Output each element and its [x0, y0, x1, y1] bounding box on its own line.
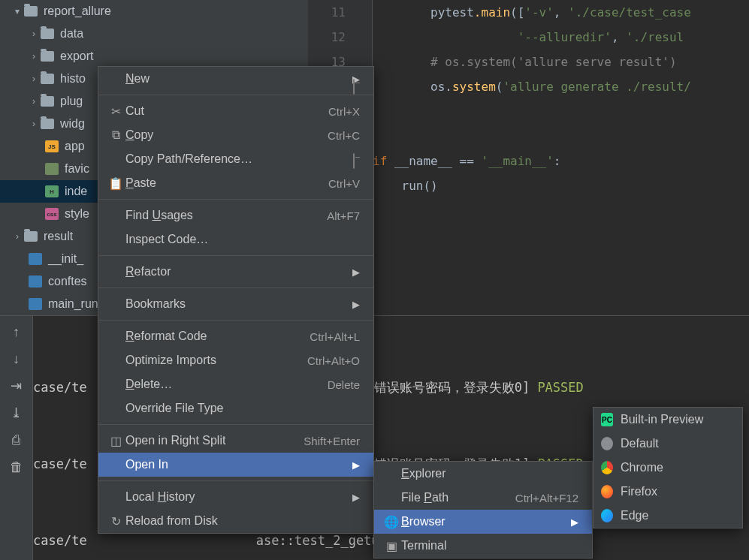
menu-item-refactor[interactable]: Refactor▶ [98, 260, 373, 284]
tree-label: app [65, 140, 85, 153]
menu-item-new[interactable]: New▶ [98, 67, 373, 91]
menu-separator [98, 288, 373, 288]
menu-item-reformat-code[interactable]: Reformat CodeCtrl+Alt+L [98, 324, 373, 348]
menu-item-label: Local History [125, 490, 348, 504]
menu-item-label: Default [621, 437, 729, 450]
tree-folder-root[interactable]: ▾ report_allure [0, 0, 308, 23]
code-line[interactable]: 13 # os.system('allure serve result') [308, 50, 749, 74]
menu-item-copy[interactable]: ⧉CopyCtrl+C [98, 123, 373, 147]
tree-item[interactable]: ›data [0, 23, 308, 45]
fold-icon[interactable] [353, 79, 355, 95]
menu-item-label: Browser [401, 515, 566, 528]
code-text: '--alluredir', './resul [373, 30, 684, 44]
tree-label: report_allure [44, 5, 111, 18]
menu-item-label: New [125, 72, 348, 86]
code-text: # os.system('allure serve result') [373, 55, 677, 69]
ico-file-icon [45, 163, 59, 175]
menu-item-paste[interactable]: 📋PasteCtrl+V [98, 171, 373, 195]
menu-item-label: Copy [125, 128, 328, 142]
browser-submenu[interactable]: PCBuilt-in PreviewDefaultChromeFirefoxEd… [593, 407, 743, 528]
menu-item-label: File Path [401, 491, 515, 504]
menu-item-browser[interactable]: 🌐Browser▶ [374, 510, 592, 534]
code-line[interactable]: 11 pytest.main(['-v', './case/test_case [308, 0, 749, 25]
menu-item-optimize-imports[interactable]: Optimize ImportsCtrl+Alt+O [98, 348, 373, 372]
menu-item-built-in-preview[interactable]: PCBuilt-in Preview [593, 408, 742, 432]
fold-gutter[interactable] [353, 154, 373, 168]
menu-item-label: Edge [621, 509, 729, 522]
cut-icon: ✂ [106, 104, 125, 119]
menu-item-explorer[interactable]: Explorer [374, 462, 592, 486]
code-line[interactable] [308, 124, 749, 149]
menu-separator [98, 95, 373, 95]
tree-label: style [65, 207, 89, 221]
py-file-icon [29, 298, 42, 310]
download-icon[interactable]: ⤓ [5, 402, 28, 424]
menu-item-local-history[interactable]: Local History▶ [98, 485, 373, 509]
code-line[interactable]: if __name__ == '__main__': [308, 149, 749, 173]
default-icon [601, 437, 621, 450]
folder-icon [41, 119, 54, 129]
code-line[interactable]: 12 '--alluredir', './resul [308, 25, 749, 50]
chevron-right-icon: › [27, 72, 41, 86]
term-icon: ▣ [382, 539, 401, 553]
menu-item-open-in[interactable]: Open In▶ [98, 453, 373, 477]
menu-shortcut: Alt+F7 [327, 209, 360, 222]
menu-item-label: Refactor [125, 265, 348, 278]
chevron-right-icon: › [27, 117, 41, 131]
code-line[interactable]: run() [308, 173, 749, 198]
code-editor[interactable]: 11 pytest.main(['-v', './case/test_case1… [308, 0, 749, 315]
menu-shortcut: Ctrl+Alt+F12 [515, 492, 578, 504]
tree-label: main_run [48, 297, 98, 311]
menu-item-label: Inspect Code… [125, 233, 360, 246]
menu-item-open-in-right-split[interactable]: ◫Open in Right SplitShift+Enter [98, 429, 373, 453]
menu-separator [98, 255, 373, 256]
menu-item-terminal[interactable]: ▣Terminal [374, 534, 592, 558]
menu-item-bookmarks[interactable]: Bookmarks▶ [98, 292, 373, 316]
py-file-icon [29, 275, 42, 288]
chevron-right-icon: › [27, 50, 41, 63]
open-in-submenu[interactable]: ExplorerFile PathCtrl+Alt+F12🌐Browser▶▣T… [373, 461, 593, 558]
folder-icon [41, 29, 54, 39]
code-line[interactable] [308, 99, 749, 124]
code-line[interactable]: os.system('allure generate ./result/ [308, 74, 749, 99]
menu-item-delete[interactable]: Delete…Delete [98, 372, 373, 396]
menu-item-label: Open In [125, 458, 348, 471]
context-menu[interactable]: New▶✂CutCtrl+X⧉CopyCtrl+CCopy Path/Refer… [98, 66, 374, 534]
menu-item-label: Firefox [621, 485, 729, 498]
menu-item-label: Chrome [621, 461, 729, 474]
menu-item-override-file-type[interactable]: Override File Type [98, 396, 373, 420]
split-icon: ◫ [106, 434, 125, 448]
code-text: run() [373, 179, 438, 193]
trash-icon[interactable]: 🗑 [5, 456, 28, 478]
menu-item-file-path[interactable]: File PathCtrl+Alt+F12 [374, 486, 592, 510]
pc-icon: PC [601, 413, 621, 426]
menu-item-copy-path-reference[interactable]: Copy Path/Reference… [98, 147, 373, 171]
reload-icon: ↻ [106, 514, 125, 528]
menu-item-label: Bookmarks [125, 297, 348, 311]
menu-item-label: Optimize Imports [125, 354, 307, 367]
menu-item-default[interactable]: Default [593, 432, 742, 456]
globe-icon: 🌐 [382, 515, 401, 529]
firefox-icon [601, 485, 621, 498]
menu-shortcut: Ctrl+X [328, 105, 360, 118]
menu-item-firefox[interactable]: Firefox [593, 480, 742, 504]
copy-icon: ⧉ [106, 128, 125, 142]
arrow-up-icon[interactable]: ↑ [5, 321, 28, 343]
menu-shortcut: Ctrl+Alt+O [307, 354, 360, 367]
arrow-down-icon[interactable]: ↓ [5, 348, 28, 370]
print-icon[interactable]: ⎙ [5, 429, 28, 451]
tree-item[interactable]: ›export [0, 45, 308, 68]
code-text: if __name__ == '__main__': [373, 154, 560, 168]
menu-item-edge[interactable]: Edge [593, 504, 742, 528]
wrap-icon[interactable]: ⇥ [5, 375, 28, 397]
menu-item-find-usages[interactable]: Find UsagesAlt+F7 [98, 203, 373, 227]
menu-item-reload-from-disk[interactable]: ↻Reload from Disk [98, 509, 373, 533]
menu-item-inspect-code[interactable]: Inspect Code… [98, 227, 373, 251]
menu-item-label: Built-in Preview [621, 413, 729, 426]
menu-item-label: Reformat Code [125, 330, 310, 343]
fold-icon[interactable] [353, 153, 355, 169]
run-toolbar: ↑ ↓ ⇥ ⤓ ⎙ 🗑 [0, 316, 33, 560]
fold-gutter[interactable] [353, 80, 373, 94]
menu-item-chrome[interactable]: Chrome [593, 456, 742, 480]
menu-item-cut[interactable]: ✂CutCtrl+X [98, 99, 373, 123]
